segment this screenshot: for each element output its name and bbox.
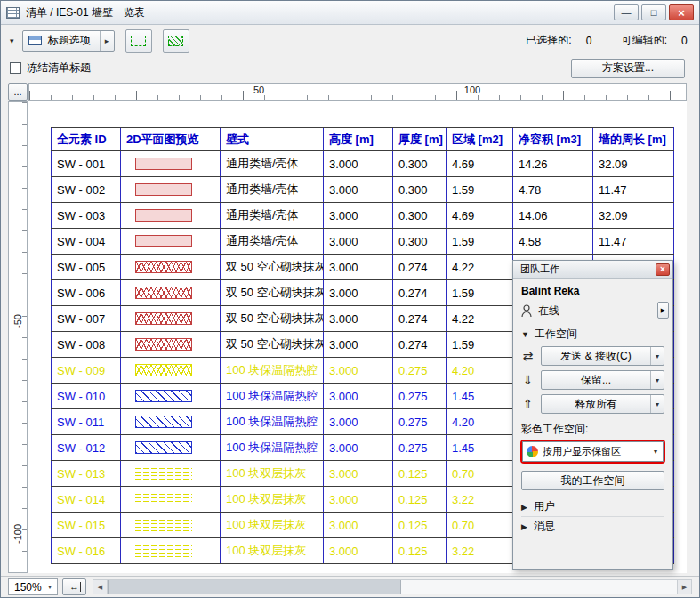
messages-section-header[interactable]: ▶ 消息 (521, 516, 664, 536)
release-dropdown-icon[interactable]: ▾ (650, 395, 664, 413)
cell-thickness[interactable]: 0.300 (393, 203, 447, 229)
cell-wall-type[interactable]: 100 块保温隔热腔 (221, 384, 324, 409)
cell-height[interactable]: 3.000 (324, 513, 393, 538)
maximize-button[interactable]: □ (641, 4, 666, 20)
flyout-arrow-icon[interactable]: ▸ (100, 31, 114, 51)
cell-area[interactable]: 0.70 (447, 461, 513, 487)
teamwork-palette-titlebar[interactable]: 团队工作 × (513, 261, 672, 279)
cell-preview[interactable] (121, 435, 221, 461)
horizontal-ruler[interactable]: 50 100 (28, 83, 687, 101)
cell-net-volume[interactable]: 4.58 (513, 229, 593, 255)
cell-area[interactable]: 4.69 (447, 203, 513, 229)
scroll-right-button[interactable]: ▶ (677, 580, 691, 594)
table-row[interactable]: SW - 003 通用类墙/壳体 3.000 0.300 4.69 14.06 … (52, 203, 674, 229)
freeze-header-checkbox[interactable] (10, 62, 21, 74)
workspace-section-header[interactable]: ▼ 工作空间 (521, 327, 664, 342)
cell-element-id[interactable]: SW - 005 (52, 255, 121, 280)
cell-thickness[interactable]: 0.125 (393, 513, 447, 538)
table-row[interactable]: SW - 004 通用类墙/壳体 3.000 0.300 1.59 4.58 1… (52, 229, 674, 255)
cell-preview[interactable] (121, 409, 221, 435)
cell-area[interactable]: 1.59 (447, 177, 513, 203)
cell-wall-type[interactable]: 通用类墙/壳体 (221, 229, 324, 255)
cell-preview[interactable] (121, 255, 221, 280)
select-filled-marquee-button[interactable] (163, 29, 189, 53)
my-workspace-button[interactable]: 我的工作空间 (521, 471, 664, 490)
ruler-options-button[interactable]: ... (8, 83, 28, 101)
cell-height[interactable]: 3.000 (324, 332, 393, 358)
toolbar-options-arrow-icon[interactable]: ▾ (10, 36, 14, 45)
cell-wall-type[interactable]: 双 50 空心砌块抹灰 (221, 255, 324, 280)
cell-height[interactable]: 3.000 (324, 487, 393, 513)
vertical-ruler[interactable]: -50 -100 (8, 101, 28, 573)
column-header[interactable]: 净容积 [m3] (513, 128, 593, 151)
cell-area[interactable]: 1.59 (447, 229, 513, 255)
cell-element-id[interactable]: SW - 015 (52, 513, 121, 538)
cell-element-id[interactable]: SW - 016 (52, 538, 121, 564)
cell-area[interactable]: 4.69 (447, 151, 513, 177)
cell-preview[interactable] (121, 384, 221, 409)
table-row[interactable]: SW - 001 通用类墙/壳体 3.000 0.300 4.69 14.26 … (52, 151, 674, 177)
cell-area[interactable]: 0.70 (447, 513, 513, 538)
cell-thickness[interactable]: 0.275 (393, 358, 447, 384)
cell-height[interactable]: 3.000 (324, 409, 393, 435)
cell-thickness[interactable]: 0.125 (393, 487, 447, 513)
palette-close-button[interactable]: × (656, 263, 670, 276)
cell-height[interactable]: 3.000 (324, 229, 393, 255)
cell-element-id[interactable]: SW - 014 (52, 487, 121, 513)
cell-element-id[interactable]: SW - 004 (52, 229, 121, 255)
cell-area[interactable]: 4.20 (447, 358, 513, 384)
cell-wall-type[interactable]: 100 块保温隔热腔 (221, 358, 324, 384)
reserve-label[interactable]: 保留... (542, 371, 650, 389)
cell-height[interactable]: 3.000 (324, 538, 393, 564)
cell-thickness[interactable]: 0.300 (393, 151, 447, 177)
release-all-label[interactable]: 释放所有 (542, 395, 650, 413)
cell-net-volume[interactable]: 4.78 (513, 177, 593, 203)
cell-preview[interactable] (121, 203, 221, 229)
cell-thickness[interactable]: 0.274 (393, 280, 447, 306)
release-all-button[interactable]: 释放所有 ▾ (541, 394, 664, 414)
horizontal-scrollbar[interactable]: ◀ ▶ (93, 579, 692, 594)
column-header[interactable]: 高度 [m] (324, 128, 393, 151)
cell-element-id[interactable]: SW - 011 (52, 409, 121, 435)
cell-area[interactable]: 4.22 (447, 255, 513, 280)
cell-height[interactable]: 3.000 (324, 384, 393, 409)
select-marquee-button[interactable] (125, 29, 152, 53)
close-button[interactable]: × (669, 4, 694, 20)
cell-preview[interactable] (121, 358, 221, 384)
send-receive-label[interactable]: 发送 & 接收(C) (542, 347, 650, 365)
cell-area[interactable]: 3.22 (447, 538, 513, 564)
cell-height[interactable]: 3.000 (324, 151, 393, 177)
cell-perimeter[interactable]: 11.47 (593, 229, 674, 255)
column-header[interactable]: 墙的周长 [m] (593, 128, 674, 151)
cell-preview[interactable] (121, 461, 221, 487)
cell-thickness[interactable]: 0.274 (393, 255, 447, 280)
cell-thickness[interactable]: 0.125 (393, 461, 447, 487)
reserve-dropdown-icon[interactable]: ▾ (650, 371, 664, 389)
cell-wall-type[interactable]: 100 块双层抹灰 (221, 538, 324, 564)
cell-perimeter[interactable]: 11.47 (593, 177, 674, 203)
reserve-button[interactable]: 保留... ▾ (541, 370, 664, 390)
cell-height[interactable]: 3.000 (324, 358, 393, 384)
cell-element-id[interactable]: SW - 006 (52, 280, 121, 306)
cell-area[interactable]: 4.20 (447, 409, 513, 435)
column-header[interactable]: 全元素 ID (52, 128, 121, 151)
cell-preview[interactable] (121, 332, 221, 358)
cell-area[interactable]: 1.59 (447, 280, 513, 306)
cell-wall-type[interactable]: 100 块双层抹灰 (221, 461, 324, 487)
cell-perimeter[interactable]: 32.09 (593, 151, 674, 177)
cell-area[interactable]: 1.45 (447, 435, 513, 461)
cell-wall-type[interactable]: 100 块双层抹灰 (221, 487, 324, 513)
column-header[interactable]: 壁式 (221, 128, 324, 151)
minimize-button[interactable]: — (614, 4, 639, 20)
cell-preview[interactable] (121, 280, 221, 306)
cell-thickness[interactable]: 0.300 (393, 229, 447, 255)
cell-element-id[interactable]: SW - 003 (52, 203, 121, 229)
cell-wall-type[interactable]: 100 块保温隔热腔 (221, 409, 324, 435)
cell-element-id[interactable]: SW - 010 (52, 384, 121, 409)
cell-net-volume[interactable]: 14.06 (513, 203, 593, 229)
cell-preview[interactable] (121, 306, 221, 332)
titlebar[interactable]: 清单 / IES-01 墙壁一览表 — □ × (1, 1, 699, 25)
users-section-header[interactable]: ▶ 用户 (521, 497, 664, 516)
cell-area[interactable]: 1.45 (447, 384, 513, 409)
status-flyout-button[interactable]: ▶ (657, 302, 669, 319)
